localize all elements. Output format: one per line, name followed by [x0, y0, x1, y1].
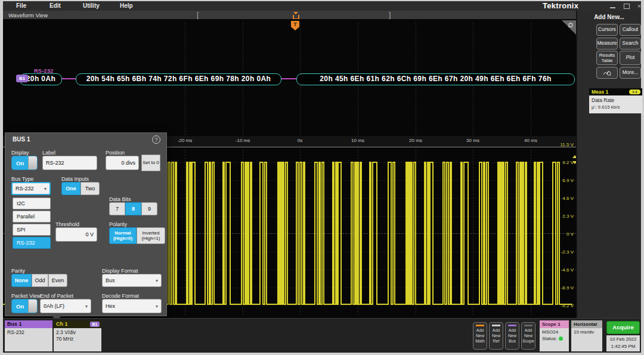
polarity-inverted-button[interactable]: Inverted(High=1) [137, 227, 165, 244]
end-of-packet-label: End of Packet [40, 293, 73, 299]
meas1-value: µ': 9.615 kb/s [592, 104, 620, 110]
data-bits-8-button[interactable]: 8 [125, 202, 141, 215]
trigger-flag-icon[interactable]: T [291, 21, 299, 30]
waveform-view: T RS-232 B1 20h 0Ah 20h 54h 65h 6Bh 74h … [3, 19, 576, 318]
datetime-display: 10 Feb 20221:42:45 PM [606, 335, 640, 351]
add-new-math-button[interactable]: AddNewMath [473, 322, 487, 350]
toggle-knob [28, 156, 37, 169]
label-field[interactable]: RS-232 [42, 156, 97, 170]
data-bits-9-button[interactable]: 9 [141, 202, 157, 215]
add-new-ref-button[interactable]: AddNewRef [489, 322, 503, 350]
horizontal-badge[interactable]: Horizontal 10 ms/div [571, 320, 602, 351]
horizontal-body: 10 ms/div [571, 328, 602, 351]
plot-button[interactable]: Plot [620, 51, 641, 65]
decode-connector [61, 78, 76, 79]
channel-scroll-up-icon[interactable] [572, 155, 576, 158]
scope1-badge[interactable]: Scope 1 MSO24 Status: [540, 320, 569, 351]
threshold-field[interactable]: 0 V [55, 227, 97, 242]
channel-scroll-down-icon[interactable] [572, 161, 576, 164]
bus-type-dropdown[interactable]: RS-232▾ [11, 182, 51, 195]
data-bits-7-button[interactable]: 7 [109, 202, 125, 215]
display-toggle[interactable]: On [11, 156, 38, 170]
dialog-pointer [51, 315, 62, 318]
status-ok-dot [559, 337, 563, 341]
data-inputs-one-button[interactable]: One [61, 182, 80, 195]
packet-view-toggle[interactable]: On [11, 299, 38, 313]
ch1-badge[interactable]: Ch 1 B1 2.3 V/div70 MHz [54, 320, 101, 351]
meas1-badge-body: Data Rate µ': 9.615 kb/s [589, 95, 642, 113]
add-new-bus-button[interactable]: AddNewBus [505, 322, 519, 350]
data-inputs-label: Data Inputs [61, 176, 89, 182]
volt-tick: -6.9 V [550, 285, 574, 291]
bus-type-option-spi[interactable]: SPI [13, 224, 51, 236]
chevron-down-icon: ▾ [156, 304, 158, 309]
bus-color-line [508, 325, 516, 326]
bus-type-option-parallel[interactable]: Parallel [13, 211, 51, 223]
decode-format-dropdown[interactable]: Hex▾ [102, 299, 162, 313]
add-new-scope-button[interactable]: AddNewScope [521, 322, 535, 350]
maximize-icon[interactable] [621, 2, 631, 10]
set-to-zero-label: Set to 0 [143, 160, 159, 165]
acquire-button[interactable]: Acquire [606, 321, 640, 334]
meas1-title: Meas 1 [592, 89, 608, 95]
time-tick: 10 ms [351, 138, 364, 143]
help-icon[interactable]: ? [152, 135, 160, 144]
parity-even-button[interactable]: Even [48, 274, 67, 287]
minimize-icon[interactable] [608, 2, 618, 10]
magnifier-icon [562, 20, 576, 35]
math-color-line [476, 325, 484, 326]
bus-type-option-rs232[interactable]: RS-232 [13, 237, 51, 249]
position-field[interactable]: 0 divs [106, 156, 139, 170]
display-format-dropdown[interactable]: Bus▾ [102, 274, 162, 287]
zoom-corner-button[interactable] [562, 20, 576, 35]
ch1-badge-body: 2.3 V/div70 MHz [54, 328, 101, 351]
time-tick: -20 ms [178, 138, 192, 143]
bus-source-badge: B1 [16, 75, 28, 82]
threshold-label: Threshold [55, 221, 79, 227]
zoom-bracket-left[interactable]: [ [197, 11, 199, 20]
meas1-badge[interactable]: Meas 1 1-1 Data Rate µ': 9.615 kb/s [589, 88, 642, 113]
volt-tick: 0 V [550, 231, 574, 237]
volt-tick: 9.2 V [550, 160, 574, 165]
bus1-badge-title: Bus 1 [5, 320, 52, 328]
ch1-bus-pill: B1 [90, 322, 100, 327]
results-table-button[interactable]: Results Table [596, 51, 618, 65]
packet-view-label: Packet View [11, 293, 41, 299]
close-icon[interactable]: × [634, 2, 644, 10]
zoom-overview-button[interactable] [596, 67, 618, 79]
label-label: Label [42, 150, 55, 156]
right-sidebar: Add New... Cursors Callout Measure Searc… [576, 11, 641, 318]
menu-help[interactable]: Help [120, 2, 133, 10]
end-of-packet-dropdown[interactable]: 0Ah (LF)▾ [40, 299, 91, 313]
bus-type-option-i2c[interactable]: I2C [13, 197, 51, 209]
more-button[interactable]: More... [620, 67, 641, 79]
volt-tick: 4.6 V [550, 196, 574, 201]
bus1-badge[interactable]: Bus 1 RS-232 [5, 320, 52, 351]
settings-bar: Bus 1 RS-232 Ch 1 B1 2.3 V/div70 MHz Add… [3, 318, 641, 353]
data-inputs-two-button[interactable]: Two [80, 182, 100, 195]
scope1-body: MSO24 Status: [540, 328, 569, 351]
volt-tick: 2.3 V [550, 214, 574, 219]
parity-odd-button[interactable]: Odd [32, 274, 48, 287]
cursors-button[interactable]: Cursors [596, 24, 618, 36]
zoom-bracket-right[interactable]: ] [389, 11, 391, 20]
decode-packet: 20h 45h 6Eh 61h 62h 6Ch 69h 6Eh 67h 20h … [296, 73, 575, 85]
meas1-name: Data Rate [592, 97, 614, 103]
menu-edit[interactable]: Edit [49, 2, 61, 10]
tab-waveform-view[interactable]: Waveform View [8, 11, 48, 20]
measure-button[interactable]: Measure [596, 38, 618, 50]
callout-button[interactable]: Callout [620, 24, 641, 36]
scope1-title: Scope 1 [540, 320, 569, 328]
chevron-down-icon: ▾ [156, 278, 158, 283]
display-label: Display [11, 150, 29, 156]
parity-none-button[interactable]: None [11, 274, 32, 287]
toggle-knob [28, 300, 37, 313]
menu-utility[interactable]: Utility [83, 2, 100, 10]
search-button[interactable]: Search [620, 38, 641, 50]
set-to-zero-button[interactable]: Set to 0 [141, 155, 160, 171]
polarity-normal-button[interactable]: Normal(High=0) [109, 227, 137, 244]
bus-type-value: RS-232 [16, 186, 34, 192]
horizontal-title: Horizontal [571, 320, 602, 328]
menu-file[interactable]: File [16, 2, 26, 10]
volt-tick: -9.2 V [550, 303, 574, 308]
